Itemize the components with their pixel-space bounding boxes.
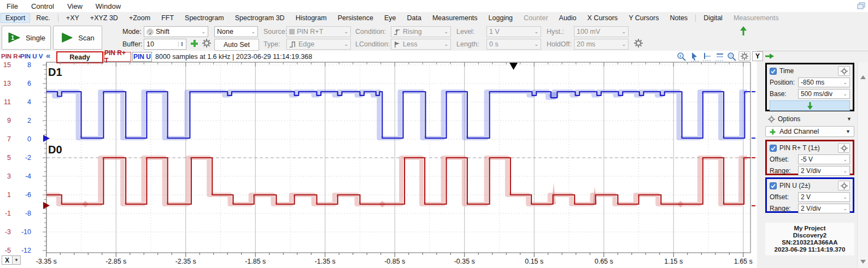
pin-u-title: PIN U (2±) <box>779 182 811 189</box>
time-gear-icon[interactable] <box>838 66 850 76</box>
view-item-persistence[interactable]: Persistence <box>333 13 378 23</box>
pin-rt-gear-icon[interactable] <box>838 143 850 153</box>
pin-rt-title: PIN R+ T (1±) <box>779 144 820 152</box>
offset-label: Offset: <box>770 193 798 201</box>
pin-u-checkbox[interactable] <box>770 182 777 189</box>
time-checkbox[interactable] <box>770 68 777 75</box>
pin-rt-range-select[interactable]: 2 V/div ⌄ <box>798 166 850 176</box>
view-item-digital[interactable]: Digital <box>699 13 728 23</box>
device-info-line: SN:210321A366AA <box>765 239 854 246</box>
pin-rt-offset-select[interactable]: -5 V ⌄ <box>798 154 850 164</box>
view-item--zoom[interactable]: +Zoom <box>124 13 155 23</box>
pin-u-gear-icon[interactable] <box>838 181 850 190</box>
menu-control[interactable]: Control <box>25 2 61 10</box>
lcondition-select: Less ⌄ <box>391 39 451 50</box>
hyst-value: 100 mV <box>577 28 600 35</box>
view-item-rec-[interactable]: Rec. <box>31 13 55 23</box>
view-item-spectrogram-3d[interactable]: Spectrogram 3D <box>230 13 290 23</box>
trigger-position-marker[interactable] <box>509 63 518 70</box>
timebase-zoom-out-button[interactable] <box>770 100 850 111</box>
svg-text:-6: -6 <box>25 191 31 199</box>
view-item-logging[interactable]: Logging <box>484 13 518 23</box>
panel-scrollbar[interactable] <box>857 62 868 268</box>
add-buffer-icon[interactable] <box>190 39 199 48</box>
upload-arrow-icon[interactable] <box>739 26 748 36</box>
svg-text:-10: -10 <box>21 228 31 236</box>
condition-select: Rising ⌄ <box>391 26 451 37</box>
view-item-spectrogram[interactable]: Spectrogram <box>180 13 229 23</box>
base-select[interactable]: 500 ms/div ⌄ <box>798 89 850 99</box>
mode-select[interactable]: Shift ⌄ <box>144 26 208 37</box>
restore-window-icon[interactable] <box>857 2 866 9</box>
position-label: Position: <box>770 79 798 86</box>
green-down-arrow-icon <box>807 102 813 110</box>
pin-u-range-value: 2 V/div <box>801 205 821 212</box>
buffer-stepper[interactable]: 10 ▲▼ <box>144 39 186 50</box>
pin-rt-range-value: 2 V/div <box>801 167 821 175</box>
chevron-down-icon: ⌄ <box>534 29 538 34</box>
type-select: Edge ⌄ <box>286 39 351 50</box>
scroll-down-icon[interactable] <box>860 260 866 264</box>
view-item-measurements[interactable]: Measurements <box>427 13 483 23</box>
svg-text:-2.35 s: -2.35 s <box>175 258 196 265</box>
menu-view[interactable]: View <box>61 2 89 10</box>
view-item-export[interactable]: Export <box>1 13 30 23</box>
svg-text:0.15 s: 0.15 s <box>525 258 543 265</box>
options-row[interactable]: Options ▼ <box>765 114 854 124</box>
trigger-gear-icon[interactable] <box>634 39 643 47</box>
chevron-down-icon: ⌄ <box>621 29 626 34</box>
pin-rt-checkbox[interactable] <box>770 145 777 152</box>
channel-label-d1: D1 <box>48 66 62 78</box>
chevron-down-icon: ⌄ <box>444 41 448 47</box>
chevron-down-icon: ▼ <box>847 116 852 122</box>
chevron-down-icon: ⌄ <box>843 194 847 200</box>
chevron-down-icon: ⌄ <box>344 29 348 34</box>
menu-bar: File Control View Window <box>0 0 868 12</box>
chevron-down-icon: ⌄ <box>843 91 847 97</box>
view-item-histogram[interactable]: Histogram <box>291 13 332 23</box>
level-value: 1 V <box>489 28 500 35</box>
view-item-fft[interactable]: FFT <box>156 13 179 23</box>
menu-window[interactable]: Window <box>89 2 127 10</box>
add-channel-button[interactable]: Add Channel ▼ <box>765 126 854 137</box>
pin-u-offset-select[interactable]: 2 V ⌄ <box>798 192 850 202</box>
trace-d0 <box>46 158 750 204</box>
position-select[interactable]: -850 ms ⌄ <box>798 78 850 87</box>
scan-button[interactable]: Scan <box>53 26 102 50</box>
view-item-eye[interactable]: Eye <box>379 13 401 23</box>
view-item--xyz-3d[interactable]: +XYZ 3D <box>85 13 123 23</box>
chevron-down-icon: ⌄ <box>444 29 448 34</box>
svg-text:-0.85 s: -0.85 s <box>384 258 405 265</box>
chevron-down-icon: ⌄ <box>344 41 348 47</box>
svg-text:8: 8 <box>27 61 31 69</box>
waveform-plot[interactable]: 15131197531-1-3-586420-2-4-6-8-10-12-3.3… <box>0 51 759 268</box>
chevron-down-icon[interactable]: ▼ <box>13 255 21 265</box>
view-item-data[interactable]: Data <box>402 13 426 23</box>
expand-right-arrow-icon[interactable] <box>765 53 775 59</box>
plus-icon <box>769 128 776 135</box>
pin-u-range-select[interactable]: 2 V/div ⌄ <box>798 204 850 213</box>
svg-text:1.15 s: 1.15 s <box>664 258 683 265</box>
shift-mode-icon <box>146 28 154 35</box>
view-item-y-cursors[interactable]: Y Cursors <box>624 13 664 23</box>
offset-label: Offset: <box>770 156 798 163</box>
auto-set-button[interactable]: Auto Set <box>214 39 259 51</box>
stepper-arrows-icon[interactable]: ▲▼ <box>178 41 184 47</box>
scan-label: Scan <box>78 34 95 42</box>
source-color-swatch <box>289 29 295 34</box>
view-item-audio[interactable]: Audio <box>554 13 582 23</box>
menu-file[interactable]: File <box>0 2 25 10</box>
channel-pin-rt-section: PIN R+ T (1±) Offset: -5 V ⌄ Range: 2 V/… <box>765 140 854 175</box>
view-item--xy[interactable]: +XY <box>61 13 84 23</box>
buffer-gear-icon[interactable] <box>202 39 211 47</box>
view-item-notes[interactable]: Notes <box>665 13 693 23</box>
single-button[interactable]: 1 Single <box>2 26 51 50</box>
scroll-up-icon[interactable] <box>860 75 866 79</box>
base-value: 500 ms/div <box>801 90 832 98</box>
svg-text:11: 11 <box>4 98 11 106</box>
trigger-mode-select[interactable]: None ⌄ <box>214 26 258 37</box>
device-info-line: 2023-06-29 11:14:19.370 <box>765 246 854 253</box>
source-value: PIN R+T <box>297 28 323 35</box>
view-item-x-cursors[interactable]: X Cursors <box>583 13 623 23</box>
x-axis-button[interactable]: X ▼ <box>2 255 21 265</box>
